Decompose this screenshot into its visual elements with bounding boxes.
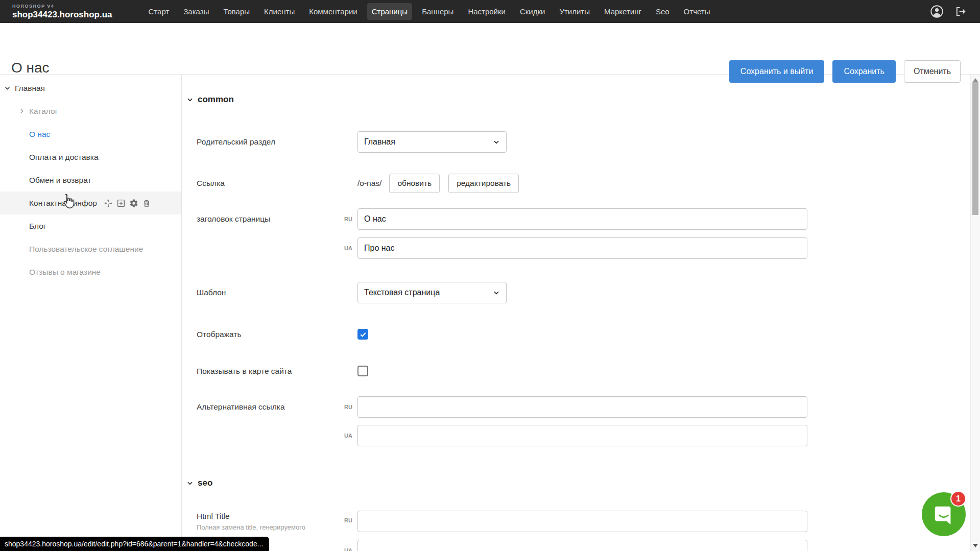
vertical-scrollbar[interactable] [970,75,980,551]
app-logo[interactable]: HOROSHOP V4 shop34423.horoshop.ua [12,4,112,19]
chevron-down-icon[interactable] [4,85,11,91]
scrollbar-thumb[interactable] [972,82,978,215]
tree-item-label: Пользовательское соглашение [29,245,143,254]
nav-products[interactable]: Товары [219,3,254,20]
tree-item-obmen[interactable]: Обмен и возврат [0,169,181,191]
template-select[interactable]: Текстовая страница [357,282,507,303]
page-edit-form: common Родительский раздел Главная Ссылк… [182,75,970,551]
parent-section-label: Родительский раздел [197,137,330,147]
tree-item-label: Отзывы о магазине [29,268,101,277]
scroll-down-arrow-icon[interactable] [973,544,978,547]
nav-orders[interactable]: Заказы [179,3,213,20]
chevron-down-icon [493,138,500,146]
lang-badge-ua: UA [330,547,357,551]
section-common-header[interactable]: common [182,92,970,107]
top-navigation-bar: HOROSHOP V4 shop34423.horoshop.ua Старт … [0,0,980,23]
html-title-ua-input[interactable] [357,540,807,551]
tree-item-polzovatelskoe[interactable]: Пользовательское соглашение [0,237,181,260]
parent-section-value: Главная [364,137,493,147]
tree-item-o-nas[interactable]: О нас [0,123,181,146]
logo-shop-domain: shop34423.horoshop.ua [12,10,112,19]
link-refresh-button[interactable]: обновить [389,174,440,193]
display-label: Отображать [197,330,330,339]
html-title-ru-input[interactable] [357,511,807,532]
sitemap-checkbox[interactable] [357,366,368,376]
nav-start[interactable]: Старт [144,3,174,20]
scroll-up-arrow-icon[interactable] [973,78,978,82]
settings-gear-icon[interactable] [129,199,138,208]
tree-item-label: Оплата и доставка [29,153,99,162]
lang-badge-ua: UA [330,433,357,439]
parent-section-select[interactable]: Главная [357,131,507,153]
tree-item-glavnaya[interactable]: Главная [0,77,181,100]
tree-item-otzyvy[interactable]: Отзывы о магазине [0,260,181,283]
page-title: О нас [11,60,50,76]
html-title-label: Html Title [197,512,330,521]
lang-badge-ru: RU [330,216,357,222]
template-label: Шаблон [197,288,330,297]
user-account-icon[interactable] [930,5,944,18]
page-title-field-label: заголовок страницы [197,214,330,224]
lang-badge-ua: UA [330,245,357,251]
lang-badge-ru: RU [330,511,357,523]
tree-item-kontaktnaya[interactable]: Контактная инфор [0,191,181,214]
tree-item-katalog[interactable]: Каталог [0,100,181,123]
display-checkbox[interactable] [357,329,368,340]
nav-seo[interactable]: Seo [651,3,674,20]
save-button[interactable]: Сохранить [832,60,896,83]
section-title: common [198,94,234,105]
template-value: Текстовая страница [364,288,493,297]
tree-item-label: Обмен и возврат [29,176,91,185]
nav-discounts[interactable]: Скидки [515,3,549,20]
chevron-right-icon[interactable] [18,108,26,114]
tree-item-label-selected: О нас [29,130,50,139]
nav-utilities[interactable]: Утилиты [555,3,594,20]
nav-pages[interactable]: Страницы [367,3,412,20]
delete-trash-icon[interactable] [142,199,151,208]
tree-item-label: Блог [29,222,46,231]
chevron-down-icon [493,289,500,296]
logout-icon[interactable] [955,6,967,17]
page-title-ua-input[interactable] [357,237,807,259]
lang-badge-ru: RU [330,404,357,410]
section-seo-header[interactable]: seo [182,476,970,490]
move-icon[interactable] [104,199,113,208]
chevron-down-icon [186,480,194,487]
link-edit-button[interactable]: редактировать [448,174,519,193]
pages-tree-sidebar: Главная Каталог О нас Оплата и доставка … [0,75,182,551]
tree-item-actions [104,199,151,208]
top-menu: Старт Заказы Товары Клиенты Комментарии … [144,3,715,20]
status-url-tooltip: shop34423.horoshop.ua/edit/edit.php?id=6… [0,537,269,551]
tree-item-oplata[interactable]: Оплата и доставка [0,146,181,169]
nav-banners[interactable]: Баннеры [417,3,458,20]
nav-marketing[interactable]: Маркетинг [600,3,646,20]
alt-link-ua-input[interactable] [357,425,807,446]
chat-unread-badge: 1 [950,491,966,507]
tree-item-blog[interactable]: Блог [0,214,181,237]
save-and-exit-button[interactable]: Сохранить и выйти [729,60,825,83]
tree-item-label: Контактная инфор [29,199,97,208]
page-header: О нас Сохранить и выйти Сохранить Отмени… [0,23,980,75]
nav-settings[interactable]: Настройки [463,3,510,20]
nav-comments[interactable]: Комментарии [304,3,362,20]
add-page-icon[interactable] [116,199,126,208]
html-title-hint: Полная замена title, генерируемого [197,523,330,531]
nav-reports[interactable]: Отчеты [679,3,715,20]
section-title: seo [198,478,212,488]
alt-link-ru-input[interactable] [357,396,807,418]
sitemap-label: Показывать в карте сайта [197,367,330,376]
page-title-ru-input[interactable] [357,208,807,230]
alt-link-label: Альтернативная ссылка [197,402,330,412]
chevron-down-icon [186,96,194,103]
link-value: /o-nas/ [357,179,381,188]
logo-version-text: HOROSHOP V4 [12,4,112,9]
tree-item-label: Каталог [29,107,58,116]
tree-item-label: Главная [15,84,45,93]
link-label: Ссылка [197,179,330,188]
cancel-button[interactable]: Отменить [904,60,961,83]
chat-bubble-icon [932,502,955,526]
nav-clients[interactable]: Клиенты [259,3,299,20]
